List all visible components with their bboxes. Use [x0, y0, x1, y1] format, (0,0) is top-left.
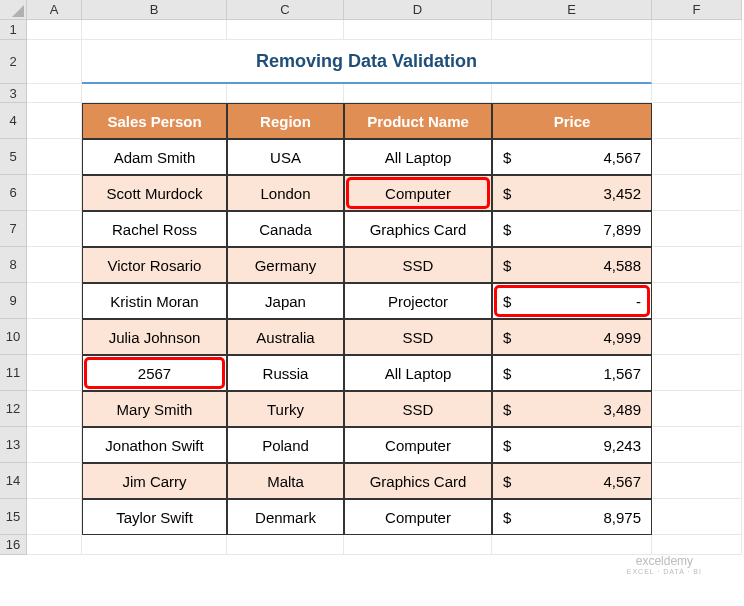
currency-symbol: $	[503, 257, 511, 274]
currency-symbol: $	[503, 221, 511, 238]
currency-symbol: $	[503, 329, 511, 346]
cell-price[interactable]: $4,588	[492, 247, 652, 283]
cell-region[interactable]: Canada	[227, 211, 344, 247]
cell-salesperson[interactable]: Adam Smith	[82, 139, 227, 175]
cell-product[interactable]: Computer	[344, 427, 492, 463]
cell-product[interactable]: SSD	[344, 319, 492, 355]
row-header-8[interactable]: 8	[0, 247, 27, 283]
highlight-box	[494, 285, 650, 317]
row-header-6[interactable]: 6	[0, 175, 27, 211]
column-headers: ABCDEF	[27, 0, 742, 20]
cell-price[interactable]: $4,567	[492, 463, 652, 499]
table-header-region[interactable]: Region	[227, 103, 344, 139]
cell-price[interactable]: $8,975	[492, 499, 652, 535]
cell-product[interactable]: Graphics Card	[344, 463, 492, 499]
cell-price[interactable]: $4,999	[492, 319, 652, 355]
row-header-16[interactable]: 16	[0, 535, 27, 555]
highlight-box	[84, 357, 225, 389]
price-value: 4,567	[603, 149, 641, 166]
cell-salesperson[interactable]: Mary Smith	[82, 391, 227, 427]
cell-salesperson[interactable]: 2567	[82, 355, 227, 391]
cell-region[interactable]: Australia	[227, 319, 344, 355]
cell-product[interactable]: SSD	[344, 391, 492, 427]
row-header-3[interactable]: 3	[0, 84, 27, 103]
price-value: 1,567	[603, 365, 641, 382]
page-title: Removing Data Validation	[82, 40, 652, 84]
col-header-c[interactable]: C	[227, 0, 344, 20]
row-header-5[interactable]: 5	[0, 139, 27, 175]
cell-price[interactable]: $1,567	[492, 355, 652, 391]
currency-symbol: $	[503, 437, 511, 454]
row-header-12[interactable]: 12	[0, 391, 27, 427]
cell-price[interactable]: $3,452	[492, 175, 652, 211]
col-header-b[interactable]: B	[82, 0, 227, 20]
price-value: 9,243	[603, 437, 641, 454]
cell-price[interactable]: $3,489	[492, 391, 652, 427]
cell-region[interactable]: USA	[227, 139, 344, 175]
cell-salesperson[interactable]: Scott Murdock	[82, 175, 227, 211]
col-header-d[interactable]: D	[344, 0, 492, 20]
row-header-2[interactable]: 2	[0, 40, 27, 84]
price-value: -	[636, 293, 641, 310]
price-value: 4,567	[603, 473, 641, 490]
cell-region[interactable]: Turky	[227, 391, 344, 427]
price-value: 3,452	[603, 185, 641, 202]
cell-salesperson[interactable]: Jonathon Swift	[82, 427, 227, 463]
cell-product[interactable]: All Laptop	[344, 139, 492, 175]
currency-symbol: $	[503, 293, 511, 310]
table-header-salesPerson[interactable]: Sales Person	[82, 103, 227, 139]
cell-region[interactable]: London	[227, 175, 344, 211]
cell-salesperson[interactable]: Rachel Ross	[82, 211, 227, 247]
select-all-corner[interactable]	[0, 0, 27, 20]
watermark: exceldemy EXCEL · DATA · BI	[627, 555, 702, 576]
currency-symbol: $	[503, 401, 511, 418]
price-value: 7,899	[603, 221, 641, 238]
currency-symbol: $	[503, 509, 511, 526]
cell-salesperson[interactable]: Victor Rosario	[82, 247, 227, 283]
col-header-a[interactable]: A	[27, 0, 82, 20]
row-header-13[interactable]: 13	[0, 427, 27, 463]
row-header-10[interactable]: 10	[0, 319, 27, 355]
price-value: 8,975	[603, 509, 641, 526]
cell-region[interactable]: Russia	[227, 355, 344, 391]
table-header-price[interactable]: Price	[492, 103, 652, 139]
cell-region[interactable]: Poland	[227, 427, 344, 463]
col-header-e[interactable]: E	[492, 0, 652, 20]
cell-region[interactable]: Germany	[227, 247, 344, 283]
cell-region[interactable]: Malta	[227, 463, 344, 499]
highlight-box	[346, 177, 490, 209]
cell-product[interactable]: All Laptop	[344, 355, 492, 391]
row-header-15[interactable]: 15	[0, 499, 27, 535]
col-header-f[interactable]: F	[652, 0, 742, 20]
price-value: 4,999	[603, 329, 641, 346]
cell-product[interactable]: SSD	[344, 247, 492, 283]
price-value: 4,588	[603, 257, 641, 274]
row-header-7[interactable]: 7	[0, 211, 27, 247]
cell-price[interactable]: $-	[492, 283, 652, 319]
currency-symbol: $	[503, 149, 511, 166]
cell-price[interactable]: $4,567	[492, 139, 652, 175]
cell-product[interactable]: Graphics Card	[344, 211, 492, 247]
cell-salesperson[interactable]: Jim Carry	[82, 463, 227, 499]
row-header-9[interactable]: 9	[0, 283, 27, 319]
cell-product[interactable]: Computer	[344, 499, 492, 535]
cell-product[interactable]: Computer	[344, 175, 492, 211]
currency-symbol: $	[503, 473, 511, 490]
row-header-14[interactable]: 14	[0, 463, 27, 499]
cell-salesperson[interactable]: Kristin Moran	[82, 283, 227, 319]
cell-price[interactable]: $7,899	[492, 211, 652, 247]
row-headers: 12345678910111213141516	[0, 20, 27, 555]
currency-symbol: $	[503, 185, 511, 202]
cell-region[interactable]: Denmark	[227, 499, 344, 535]
table-header-productName[interactable]: Product Name	[344, 103, 492, 139]
row-header-1[interactable]: 1	[0, 20, 27, 40]
cell-salesperson[interactable]: Taylor Swift	[82, 499, 227, 535]
price-value: 3,489	[603, 401, 641, 418]
cell-product[interactable]: Projector	[344, 283, 492, 319]
row-header-11[interactable]: 11	[0, 355, 27, 391]
cell-salesperson[interactable]: Julia Johnson	[82, 319, 227, 355]
row-header-4[interactable]: 4	[0, 103, 27, 139]
cell-region[interactable]: Japan	[227, 283, 344, 319]
currency-symbol: $	[503, 365, 511, 382]
cell-price[interactable]: $9,243	[492, 427, 652, 463]
